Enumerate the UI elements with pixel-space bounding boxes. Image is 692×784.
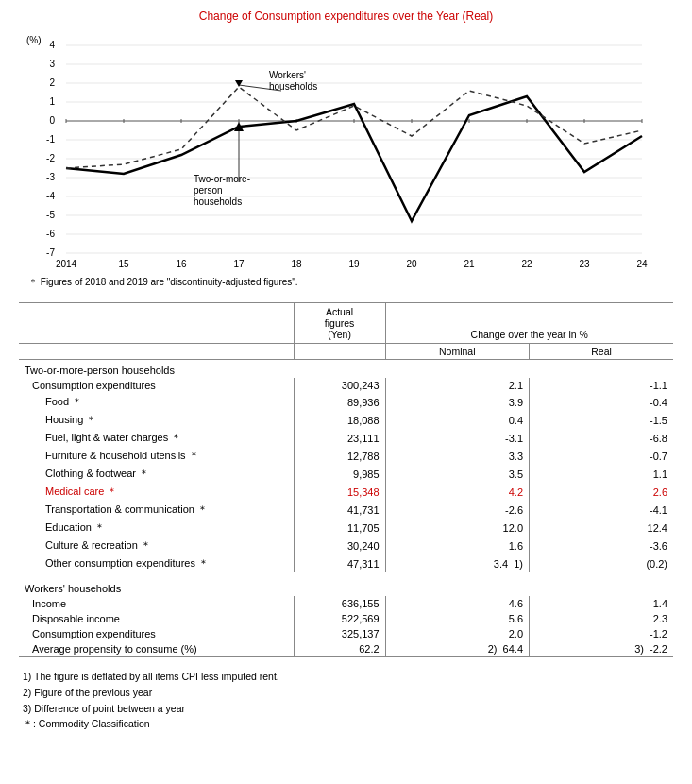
y-axis-label: (%) [26,35,42,45]
table-row: Other consumption expenditures ＊ 47,311 … [19,554,673,572]
row-culture-actual: 30,240 [294,537,385,554]
svg-text:0: 0 [49,115,55,126]
chart-title: Change of Consumption expenditures over … [19,9,673,23]
svg-text:21: 21 [464,259,475,269]
data-table: Actualfigures(Yen) Change over the year … [19,302,673,657]
table-row: Disposable income 522,569 5.6 2.3 [19,611,673,626]
row-housing-nominal: 0.4 [385,411,529,429]
table-row: Fuel, light & water charges ＊ 23,111 -3.… [19,429,673,447]
svg-text:22: 22 [521,259,532,269]
row-clothing-real: 1.1 [530,465,673,483]
svg-text:2014: 2014 [56,259,77,269]
row-clothing-label: Clothing & footwear ＊ [19,465,294,483]
row-propensity-label: Average propensity to consume (%) [19,641,294,657]
row-consumption-exp-actual: 300,243 [294,378,385,393]
row-transport-actual: 41,731 [294,501,385,519]
col1-header [19,303,294,344]
real-header: Real [530,344,673,360]
row-transport-real: -4.1 [530,501,673,519]
row-furniture-actual: 12,788 [294,447,385,465]
workers-line [66,87,642,168]
row-medical-real: 2.6 [530,483,673,501]
svg-text:-5: -5 [46,210,55,220]
footnote-commodity: ＊: Commodity Classification [23,716,673,732]
row-food-nominal: 3.9 [385,393,529,411]
row-food-actual: 89,936 [294,393,385,411]
section-workers-label: Workers' households [19,578,673,596]
row-fuel-label: Fuel, light & water charges ＊ [19,429,294,447]
svg-text:-4: -4 [46,191,55,201]
row-housing-real: -1.5 [530,411,673,429]
svg-text:-2: -2 [46,153,55,163]
row-propensity-real: 3) -2.2 [530,641,673,657]
actual-blank [294,344,385,360]
footnotes: 1) The figure is deflated by all items C… [19,669,673,732]
row-income-real: 1.4 [530,596,673,611]
svg-text:19: 19 [348,259,360,269]
row-education-label: Education ＊ [19,519,294,537]
row-education-real: 12.4 [530,519,673,537]
row-income-nominal: 4.6 [385,596,529,611]
row-medical-label: Medical care ＊ [19,483,294,501]
row-food-real: -0.4 [530,393,673,411]
workers-label-line1: Workers' [269,70,306,80]
actual-header: Actualfigures(Yen) [294,303,385,344]
svg-text:1: 1 [49,96,55,107]
svg-text:17: 17 [233,259,245,269]
change-header: Change over the year in % [385,303,673,344]
row-housing-label: Housing ＊ [19,411,294,429]
table-row: Income 636,155 4.6 1.4 [19,596,673,611]
table-row: Consumption expenditures 325,137 2.0 -1.… [19,626,673,641]
chart-note: ＊ Figures of 2018 and 2019 are "disconti… [19,276,673,289]
svg-text:15: 15 [118,259,129,269]
row-medical-actual: 15,348 [294,483,385,501]
table-header-row: Actualfigures(Yen) Change over the year … [19,303,673,344]
nominal-header: Nominal [385,344,529,360]
row-fuel-nominal: -3.1 [385,429,529,447]
row-consumption-exp-nominal: 2.1 [385,378,529,393]
section-workers: Workers' households [19,578,673,596]
row-consumption-exp-real: -1.1 [530,378,673,393]
row-culture-real: -3.6 [530,537,673,554]
row-clothing-actual: 9,985 [294,465,385,483]
svg-text:20: 20 [406,259,417,269]
table-row: Education ＊ 11,705 12.0 12.4 [19,519,673,537]
table-sub-header-row: Nominal Real [19,344,673,360]
svg-text:-3: -3 [46,172,55,182]
row-fuel-real: -6.8 [530,429,673,447]
table-row: Furniture & household utensils ＊ 12,788 … [19,447,673,465]
two-label-line3: households [194,196,242,207]
row-transport-nominal: -2.6 [385,501,529,519]
row-furniture-real: -0.7 [530,447,673,465]
svg-text:-1: -1 [46,134,55,145]
row-housing-actual: 18,088 [294,411,385,429]
row-propensity-actual: 62.2 [294,641,385,657]
row-workers-consumption-label: Consumption expenditures [19,626,294,641]
chart-svg: (%) 4 3 2 1 0 -1 [19,26,673,272]
svg-text:-7: -7 [46,247,55,258]
row-propensity-nominal: 2) 64.4 [385,641,529,657]
table-row: Food ＊ 89,936 3.9 -0.4 [19,393,673,411]
svg-text:23: 23 [579,259,590,269]
row-disposable-real: 2.3 [530,611,673,626]
footnote-3: 3) Difference of point between a year [23,701,673,717]
chart-container: (%) 4 3 2 1 0 -1 [19,26,673,272]
row-clothing-nominal: 3.5 [385,465,529,483]
row-other-actual: 47,311 [294,554,385,572]
footnote-2: 2) Figure of the previous year [23,685,673,701]
row-disposable-label: Disposable income [19,611,294,626]
svg-text:24: 24 [636,259,648,269]
svg-text:-6: -6 [46,229,55,239]
row-education-nominal: 12.0 [385,519,529,537]
section-two-or-more-label: Two-or-more-person households [19,360,673,379]
table-row: Average propensity to consume (%) 62.2 2… [19,641,673,657]
row-transport-label: Transportation & communication ＊ [19,501,294,519]
table-row: Culture & recreation ＊ 30,240 1.6 -3.6 [19,537,673,554]
row-other-real: (0.2) [530,554,673,572]
footnote-1: 1) The figure is deflated by all items C… [23,669,673,685]
row-food-label: Food ＊ [19,393,294,411]
row-medical-nominal: 4.2 [385,483,529,501]
svg-text:16: 16 [176,259,187,269]
row-workers-consumption-nominal: 2.0 [385,626,529,641]
row-furniture-label: Furniture & household utensils ＊ [19,447,294,465]
